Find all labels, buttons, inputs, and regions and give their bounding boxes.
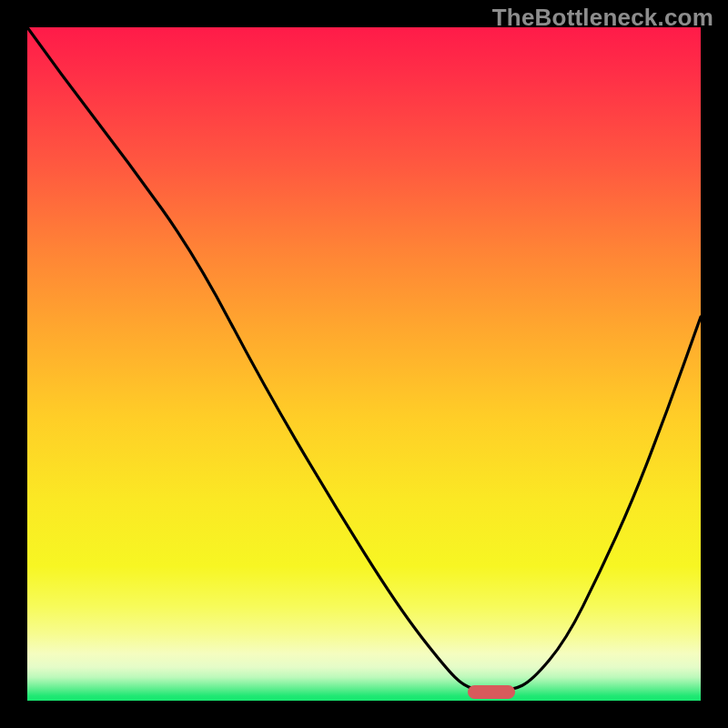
bottleneck-curve bbox=[27, 27, 701, 701]
curve-path bbox=[27, 27, 701, 691]
chart-frame: TheBottleneck.com bbox=[0, 0, 728, 728]
plot-area bbox=[27, 27, 701, 701]
optimal-point-marker bbox=[468, 685, 515, 699]
